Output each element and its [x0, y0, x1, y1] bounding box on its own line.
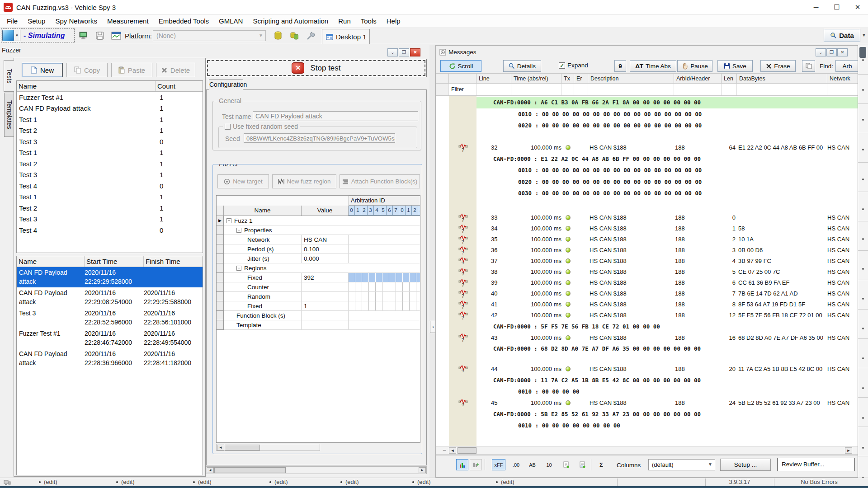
column-header-network[interactable]: Network: [827, 74, 858, 83]
online-play-button[interactable]: [2, 30, 14, 41]
config-scroll-thumb[interactable]: [214, 467, 286, 473]
message-hex-row[interactable]: 0010 : 00 00 00 00 00 00 00 00 00 00 00 …: [436, 108, 858, 120]
setup-button[interactable]: Setup ...: [720, 459, 771, 471]
fuzz-value-cell[interactable]: 0.000: [302, 254, 349, 263]
fuzz-grid-row[interactable]: Jitter (s)0.000: [217, 254, 420, 263]
messages-window-menu-icon[interactable]: ⌄: [816, 48, 826, 56]
pause-button[interactable]: Pause: [677, 60, 712, 72]
column-header-start-time[interactable]: Start Time: [85, 256, 144, 267]
table-row[interactable]: Test 40: [17, 180, 203, 192]
collapse-expander-icon[interactable]: −: [226, 218, 231, 223]
table-row[interactable]: CAN FD Payload attack2020/11/16 22:29:08…: [17, 287, 203, 308]
scroll-right-icon[interactable]: ►: [419, 467, 426, 473]
fuzzer-window-menu-icon[interactable]: ⌄: [387, 48, 398, 56]
message-row[interactable]: ?36100.000 msHS CAN $18818830B 00 D6HS C…: [436, 245, 858, 256]
filter-cell[interactable]: [561, 84, 574, 95]
copy-button[interactable]: Copy: [66, 63, 108, 77]
fuzz-grid-row[interactable]: Period (s)0.100: [217, 244, 420, 254]
scroll-button[interactable]: Scroll: [440, 60, 481, 72]
fuzz-bits-cell[interactable]: [349, 244, 420, 253]
table-row[interactable]: CAN FD Payload attack2020/11/16 22:29:29…: [17, 267, 203, 287]
collapse-expander-icon[interactable]: −: [236, 266, 241, 271]
hex-display-button[interactable]: xFF: [492, 459, 505, 470]
interpret-message-icon[interactable]: [560, 459, 572, 470]
filter-cell[interactable]: [476, 84, 511, 95]
fuzz-value-cell[interactable]: [302, 311, 349, 320]
message-row[interactable]: ?38100.000 msHS CAN $1881885CE 07 25 00 …: [436, 267, 858, 277]
menu-item-gmlan[interactable]: GMLAN: [214, 17, 248, 25]
menu-item-embedded-tools[interactable]: Embedded Tools: [154, 17, 214, 25]
table-row[interactable]: Test 11: [17, 192, 203, 203]
column-header-len[interactable]: Len: [722, 74, 737, 83]
tab-configuration[interactable]: Configuration: [209, 79, 243, 90]
save-button[interactable]: Save: [717, 60, 753, 72]
attach-function-blocks-button[interactable]: Attach Function Block(s): [340, 174, 420, 188]
filter-cell[interactable]: [588, 84, 674, 95]
fuzz-bits-cell[interactable]: [349, 301, 420, 310]
database-icon[interactable]: [271, 29, 285, 42]
copy-messages-button[interactable]: [802, 60, 815, 72]
message-hex-row[interactable]: CAN-FD:0000 : A6 C1 B3 0A FB 66 2A F1 8A…: [436, 97, 858, 108]
fuzz-grid-row[interactable]: Random: [217, 292, 420, 301]
filter-cell[interactable]: [827, 84, 858, 95]
details-button[interactable]: Details: [503, 60, 541, 72]
message-hex-row[interactable]: 0030 : 00 00 00 00 00 00 00 00 00 00 00 …: [436, 188, 858, 199]
message-hex-row[interactable]: 0010 : 00 00 00 00 00 00 00 00: [436, 420, 858, 432]
message-row[interactable]: ?40100.000 msHS CAN $18818877B 6E 14 7D …: [436, 288, 858, 299]
message-hex-row[interactable]: 0010 : 00 00 00 00 00 00 00 00 00 00 00 …: [436, 164, 858, 176]
paste-button[interactable]: Paste: [111, 63, 152, 77]
message-row[interactable]: ?34100.000 msHS CAN $188188158HS CAN: [436, 223, 858, 234]
message-row[interactable]: ?41100.000 msHS CAN $18818888F 53 64 A7 …: [436, 299, 858, 310]
column-header-fuzz-name[interactable]: Name: [224, 206, 302, 216]
message-row[interactable]: ?45100.000 msHS CAN $188188245B E2 85 52…: [436, 398, 858, 408]
new-fuzz-region-button[interactable]: New fuzz region: [272, 174, 336, 188]
wrench-icon[interactable]: [304, 29, 317, 42]
message-row[interactable]: ?43100.000 msHS CAN $1881881668 D2 8D A0…: [436, 332, 858, 343]
column-header-finish-time[interactable]: Finish Time: [144, 256, 203, 267]
fuzz-grid-row[interactable]: Template: [217, 320, 420, 330]
bit-column-header[interactable]: 1: [406, 206, 412, 216]
message-hex-row[interactable]: CAN-FD:0000 : 5B E2 85 52 61 92 33 A7 23…: [436, 408, 858, 420]
menu-item-tools[interactable]: Tools: [356, 17, 382, 25]
ascii-display-button[interactable]: AB: [526, 459, 538, 470]
message-row[interactable]: ?35100.000 msHS CAN $188188210 1AHS CAN: [436, 234, 858, 245]
menu-item-help[interactable]: Help: [382, 17, 406, 25]
new-target-button[interactable]: New target: [217, 174, 269, 188]
fuzz-grid-row[interactable]: Fixed392: [217, 273, 420, 282]
table-row[interactable]: Test 31: [17, 214, 203, 225]
message-row[interactable]: ?42100.000 msHS CAN $188188125F F5 7E 56…: [436, 310, 858, 321]
table-row[interactable]: Test 21: [17, 158, 203, 169]
filter-cell[interactable]: [511, 84, 561, 95]
fuzz-bits-cell[interactable]: [349, 282, 420, 291]
bit-column-header[interactable]: 3: [418, 206, 420, 216]
table-row[interactable]: Test 32020/11/16 22:28:52:5960002020/11/…: [17, 308, 203, 328]
fixed-seed-checkbox[interactable]: [225, 124, 231, 130]
network-monitor-icon[interactable]: [77, 29, 90, 42]
tab-desktop-1[interactable]: Desktop 1: [322, 29, 370, 44]
fuzz-value-cell[interactable]: [302, 292, 349, 301]
scroll-right-icon[interactable]: ►: [845, 447, 852, 454]
databases-icon[interactable]: [288, 29, 301, 42]
message-hex-row[interactable]: CAN-FD:0000 : 11 7A C2 A5 1B 8B E5 42 8C…: [436, 375, 858, 386]
tab-templates[interactable]: Templates: [4, 93, 14, 137]
fuzz-grid-row[interactable]: ▶−Fuzz 1: [217, 216, 420, 225]
docked-edge-strip[interactable]: [858, 45, 868, 478]
column-header-count[interactable]: Count: [156, 81, 203, 91]
fuzz-grid-row[interactable]: Counter: [217, 282, 420, 292]
time-abs-button[interactable]: ΔT Time Abs: [630, 60, 676, 72]
columns-select[interactable]: (default) ▼: [648, 459, 715, 470]
graph-window-icon[interactable]: [109, 29, 123, 42]
fuzz-grid-scroll-thumb[interactable]: [225, 445, 260, 450]
expand-checkbox[interactable]: ✓: [559, 62, 565, 69]
message-row[interactable]: ?37100.000 msHS CAN $18818843B 97 99 FCH…: [436, 256, 858, 267]
column-header-name[interactable]: Name: [17, 81, 156, 91]
column-header-description[interactable]: Description: [588, 74, 674, 83]
menu-item-file[interactable]: File: [2, 17, 23, 25]
review-buffer-button[interactable]: Review Buffer...: [777, 458, 855, 471]
bit-column-header[interactable]: 3: [368, 206, 374, 216]
fuzz-bits-cell[interactable]: [349, 311, 420, 320]
message-row[interactable]: ?32100.000 msHS CAN $18818864E1 22 A2 0C…: [436, 142, 858, 153]
fuzzer-window-close-icon[interactable]: ✕: [410, 48, 420, 56]
messages-window-close-icon[interactable]: ✕: [837, 48, 848, 56]
column-header-arbitration-id[interactable]: Arbitration ID: [349, 196, 420, 206]
